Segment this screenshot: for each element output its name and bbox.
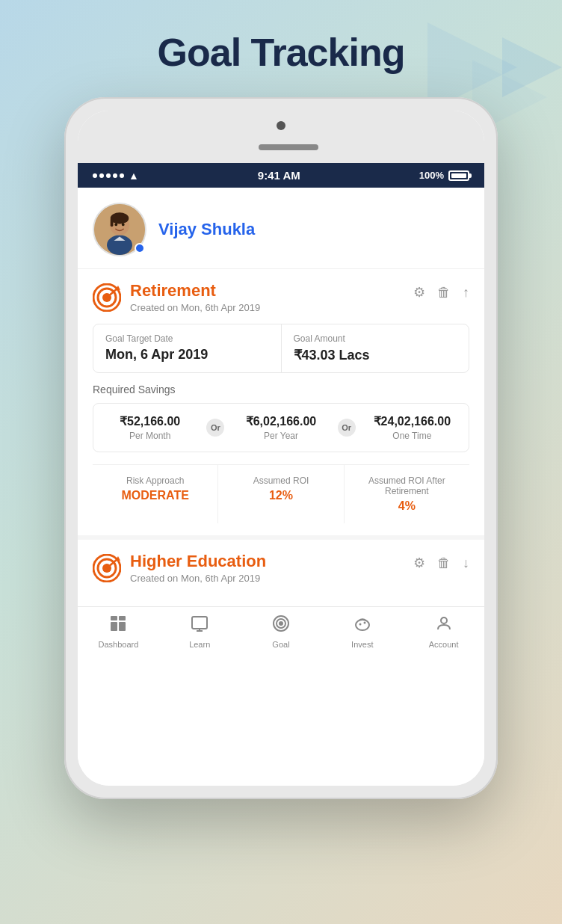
savings-label: Required Savings <box>93 384 469 395</box>
roi-label: Assumed ROI <box>227 475 334 486</box>
battery-percentage: 100% <box>419 170 444 181</box>
svg-rect-23 <box>119 622 126 631</box>
goal2-settings-icon[interactable]: ⚙ <box>413 555 425 571</box>
status-bar: ▲ 9:41 AM 100% <box>78 163 484 188</box>
or-badge-1: Or <box>206 419 224 437</box>
goal1-actions[interactable]: ⚙ 🗑 ↑ <box>413 281 469 301</box>
avatar-status-dot <box>135 243 145 253</box>
nav-goal-label: Goal <box>272 640 289 649</box>
user-header: Vijay Shukla <box>78 188 484 269</box>
goal2-name-area: Higher Education Created on Mon, 6th Apr… <box>130 552 266 584</box>
signal-dot-4 <box>113 173 117 178</box>
roi-after-label: Assumed ROI After Retirement <box>353 475 460 496</box>
signal-dot-1 <box>93 173 97 178</box>
goal1-settings-icon[interactable]: ⚙ <box>413 284 425 301</box>
svg-rect-20 <box>111 616 117 620</box>
svg-point-32 <box>363 622 365 624</box>
assumed-roi-cell: Assumed ROI 12% <box>218 465 344 523</box>
goal2-created: Created on Mon, 6th Apr 2019 <box>130 573 266 584</box>
goal1-icon <box>93 283 121 312</box>
savings-yearly-label: Per Year <box>230 431 331 441</box>
status-battery: 100% <box>419 170 469 181</box>
goal-nav-icon <box>272 615 290 637</box>
svg-rect-22 <box>111 622 117 631</box>
goal1-amount-label: Goal Amount <box>294 333 457 344</box>
goal2-actions[interactable]: ⚙ 🗑 ↓ <box>413 552 469 571</box>
goal1-info-row: Goal Target Date Mon, 6 Apr 2019 Goal Am… <box>93 324 469 373</box>
savings-monthly-amount: ₹52,166.00 <box>99 414 200 428</box>
goal2-icon <box>93 554 121 582</box>
goal1-created: Created on Mon, 6th Apr 2019 <box>130 302 260 313</box>
nav-account-label: Account <box>429 640 459 649</box>
signal-dot-5 <box>120 173 124 178</box>
or-badge-2: Or <box>338 419 356 437</box>
svg-point-29 <box>279 621 283 626</box>
goal1-target-date-value: Mon, 6 Apr 2019 <box>105 347 269 363</box>
learn-icon <box>191 615 209 637</box>
avatar-container <box>93 203 146 256</box>
nav-dashboard[interactable]: Dashboard <box>78 615 159 649</box>
dashboard-icon <box>109 615 127 637</box>
svg-rect-21 <box>119 616 126 620</box>
goal1-header: Retirement Created on Mon, 6th Apr 2019 … <box>93 281 469 313</box>
goal1-name: Retirement <box>130 281 260 301</box>
roi-after-cell: Assumed ROI After Retirement 4% <box>345 465 469 523</box>
savings-monthly: ₹52,166.00 Per Month <box>93 414 206 441</box>
risk-value: MODERATE <box>102 489 209 502</box>
phone-speaker <box>259 144 318 150</box>
retirement-goal-section: Retirement Created on Mon, 6th Apr 2019 … <box>78 269 484 540</box>
app-content: Vijay Shukla <box>78 188 484 786</box>
goal2-title-area: Higher Education Created on Mon, 6th Apr… <box>93 552 266 584</box>
status-time: 9:41 AM <box>258 169 300 182</box>
goal1-amount-value: ₹43.03 Lacs <box>294 347 457 363</box>
page-title: Goal Tracking <box>0 30 562 75</box>
roi-after-value: 4% <box>353 499 460 513</box>
phone-camera <box>277 121 285 130</box>
savings-onetime: ₹24,02,166.00 One Time <box>356 414 469 441</box>
wifi-icon: ▲ <box>129 170 139 182</box>
nav-invest[interactable]: Invest <box>321 615 403 649</box>
user-name: Vijay Shukla <box>158 220 255 239</box>
savings-row: ₹52,166.00 Per Month Or ₹6,02,166.00 Per… <box>93 403 469 452</box>
goal2-header: Higher Education Created on Mon, 6th Apr… <box>93 552 469 584</box>
nav-learn[interactable]: Learn <box>159 615 241 649</box>
nav-learn-label: Learn <box>189 640 210 649</box>
svg-point-31 <box>359 623 361 626</box>
goal1-target-date-label: Goal Target Date <box>105 333 269 344</box>
page-title-area: Goal Tracking <box>0 0 562 97</box>
signal-dots <box>93 173 124 178</box>
nav-account[interactable]: Account <box>403 615 484 649</box>
goal1-amount-cell: Goal Amount ₹43.03 Lacs <box>282 324 469 372</box>
nav-goal[interactable]: Goal <box>241 615 322 649</box>
svg-point-30 <box>356 620 369 630</box>
battery-fill <box>451 173 466 178</box>
goal1-expand-icon[interactable]: ↑ <box>463 285 469 301</box>
savings-yearly-amount: ₹6,02,166.00 <box>230 414 331 428</box>
goal1-name-area: Retirement Created on Mon, 6th Apr 2019 <box>130 281 260 313</box>
account-icon <box>435 615 453 637</box>
higher-edu-goal-section: Higher Education Created on Mon, 6th Apr… <box>78 540 484 606</box>
bottom-nav: Dashboard Learn <box>78 606 484 661</box>
svg-point-9 <box>122 224 125 227</box>
savings-onetime-label: One Time <box>362 431 463 441</box>
savings-yearly: ₹6,02,166.00 Per Year <box>224 414 337 441</box>
savings-monthly-label: Per Month <box>99 431 200 441</box>
goal2-expand-icon[interactable]: ↓ <box>463 555 469 571</box>
metrics-row: Risk Approach MODERATE Assumed ROI 12% A… <box>93 464 469 523</box>
invest-icon <box>353 615 371 637</box>
goal2-delete-icon[interactable]: 🗑 <box>437 555 451 571</box>
nav-dashboard-label: Dashboard <box>98 640 138 649</box>
phone-inner: ▲ 9:41 AM 100% <box>78 111 484 786</box>
battery-icon <box>448 170 469 181</box>
svg-rect-7 <box>111 218 114 227</box>
svg-point-33 <box>441 617 447 623</box>
risk-approach-cell: Risk Approach MODERATE <box>93 465 218 523</box>
svg-point-8 <box>114 224 117 227</box>
goal2-name: Higher Education <box>130 552 266 571</box>
phone-frame: ▲ 9:41 AM 100% <box>64 97 498 799</box>
nav-invest-label: Invest <box>351 640 373 649</box>
status-signal: ▲ <box>93 170 139 182</box>
roi-value: 12% <box>227 489 334 502</box>
savings-onetime-amount: ₹24,02,166.00 <box>362 414 463 428</box>
goal1-delete-icon[interactable]: 🗑 <box>437 285 451 301</box>
